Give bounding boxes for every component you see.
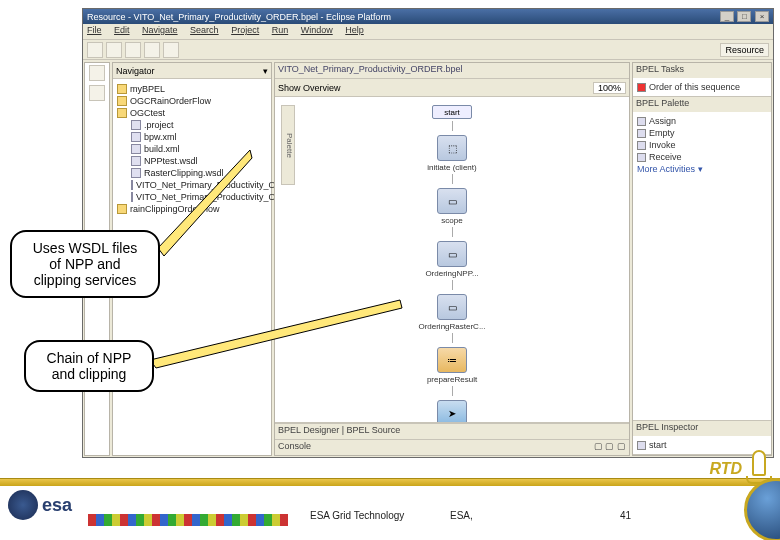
esa-circle-icon: [8, 490, 38, 520]
page-number: 41: [620, 510, 631, 521]
flags-strip: [88, 514, 288, 526]
callout-wsdl: Uses WSDL files of NPP and clipping serv…: [10, 230, 160, 298]
esa-logo: esa: [8, 490, 72, 520]
svg-marker-1: [150, 300, 402, 368]
esa-text: esa: [42, 495, 72, 516]
rtd-label: RTD: [709, 460, 742, 478]
svg-marker-0: [158, 150, 252, 256]
footer-org: ESA,: [450, 510, 473, 521]
footer-center: ESA Grid Technology: [310, 510, 404, 521]
callout-chain: Chain of NPP and clipping: [24, 340, 154, 392]
footer-bar: [0, 478, 780, 486]
